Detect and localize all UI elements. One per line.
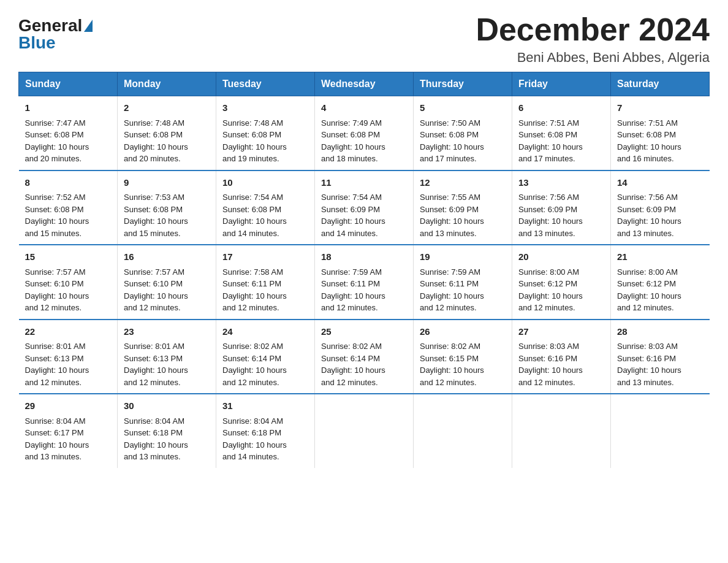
day-number: 28 [617, 325, 703, 339]
calendar-cell [315, 394, 414, 468]
logo-general: General [18, 17, 93, 34]
month-title: December 2024 [476, 12, 710, 47]
calendar-cell: 15Sunrise: 7:57 AMSunset: 6:10 PMDayligh… [19, 245, 118, 320]
day-number: 4 [321, 101, 407, 115]
calendar-cell: 5Sunrise: 7:50 AMSunset: 6:08 PMDaylight… [414, 96, 512, 170]
calendar-week-2: 8Sunrise: 7:52 AMSunset: 6:08 PMDaylight… [19, 170, 710, 245]
calendar-cell: 30Sunrise: 8:04 AMSunset: 6:18 PMDayligh… [118, 394, 216, 468]
day-number: 9 [124, 176, 210, 190]
day-info: Sunrise: 7:48 AMSunset: 6:08 PMDaylight:… [124, 117, 210, 165]
day-number: 25 [321, 325, 407, 339]
day-info: Sunrise: 7:54 AMSunset: 6:09 PMDaylight:… [321, 191, 407, 239]
calendar-cell: 21Sunrise: 8:00 AMSunset: 6:12 PMDayligh… [611, 245, 710, 320]
calendar-cell: 11Sunrise: 7:54 AMSunset: 6:09 PMDayligh… [315, 170, 414, 245]
calendar-cell: 27Sunrise: 8:03 AMSunset: 6:16 PMDayligh… [512, 320, 611, 394]
day-info: Sunrise: 7:54 AMSunset: 6:08 PMDaylight:… [222, 191, 308, 239]
calendar-cell: 8Sunrise: 7:52 AMSunset: 6:08 PMDaylight… [19, 170, 118, 245]
day-info: Sunrise: 8:02 AMSunset: 6:15 PMDaylight:… [420, 340, 506, 388]
logo-blue: Blue [18, 34, 56, 52]
day-number: 26 [420, 325, 506, 339]
day-number: 13 [518, 176, 604, 190]
day-info: Sunrise: 7:51 AMSunset: 6:08 PMDaylight:… [518, 117, 604, 165]
day-info: Sunrise: 7:56 AMSunset: 6:09 PMDaylight:… [518, 191, 604, 239]
day-number: 2 [124, 101, 210, 115]
day-info: Sunrise: 8:00 AMSunset: 6:12 PMDaylight:… [518, 266, 604, 314]
calendar-cell [512, 394, 611, 468]
day-info: Sunrise: 7:59 AMSunset: 6:11 PMDaylight:… [420, 266, 506, 314]
day-number: 11 [321, 176, 407, 190]
calendar-cell: 25Sunrise: 8:02 AMSunset: 6:14 PMDayligh… [315, 320, 414, 394]
day-number: 14 [617, 176, 703, 190]
day-number: 16 [124, 250, 210, 264]
logo: General Blue [18, 17, 93, 52]
day-info: Sunrise: 7:51 AMSunset: 6:08 PMDaylight:… [617, 117, 703, 165]
day-number: 7 [617, 101, 703, 115]
day-number: 19 [420, 250, 506, 264]
header-day-wednesday: Wednesday [315, 72, 414, 96]
day-number: 15 [25, 250, 112, 264]
day-number: 5 [420, 101, 506, 115]
calendar-cell: 13Sunrise: 7:56 AMSunset: 6:09 PMDayligh… [512, 170, 611, 245]
day-number: 18 [321, 250, 407, 264]
calendar-cell: 29Sunrise: 8:04 AMSunset: 6:17 PMDayligh… [19, 394, 118, 468]
calendar-cell: 2Sunrise: 7:48 AMSunset: 6:08 PMDaylight… [118, 96, 216, 170]
calendar-cell: 6Sunrise: 7:51 AMSunset: 6:08 PMDaylight… [512, 96, 611, 170]
calendar-week-1: 1Sunrise: 7:47 AMSunset: 6:08 PMDaylight… [19, 96, 710, 170]
calendar-cell: 4Sunrise: 7:49 AMSunset: 6:08 PMDaylight… [315, 96, 414, 170]
calendar-cell: 26Sunrise: 8:02 AMSunset: 6:15 PMDayligh… [414, 320, 512, 394]
calendar-header: SundayMondayTuesdayWednesdayThursdayFrid… [19, 72, 710, 96]
day-number: 6 [518, 101, 604, 115]
day-number: 12 [420, 176, 506, 190]
day-info: Sunrise: 8:04 AMSunset: 6:17 PMDaylight:… [25, 415, 112, 463]
day-info: Sunrise: 7:50 AMSunset: 6:08 PMDaylight:… [420, 117, 506, 165]
calendar-cell: 22Sunrise: 8:01 AMSunset: 6:13 PMDayligh… [19, 320, 118, 394]
logo-triangle-icon [84, 20, 93, 32]
header-day-tuesday: Tuesday [216, 72, 315, 96]
calendar-cell: 24Sunrise: 8:02 AMSunset: 6:14 PMDayligh… [216, 320, 315, 394]
calendar-cell: 23Sunrise: 8:01 AMSunset: 6:13 PMDayligh… [118, 320, 216, 394]
calendar-cell: 16Sunrise: 7:57 AMSunset: 6:10 PMDayligh… [118, 245, 216, 320]
calendar-cell: 10Sunrise: 7:54 AMSunset: 6:08 PMDayligh… [216, 170, 315, 245]
day-number: 10 [222, 176, 308, 190]
day-number: 31 [222, 399, 308, 413]
day-number: 23 [124, 325, 210, 339]
calendar-cell: 28Sunrise: 8:03 AMSunset: 6:16 PMDayligh… [611, 320, 710, 394]
day-info: Sunrise: 7:53 AMSunset: 6:08 PMDaylight:… [124, 191, 210, 239]
day-info: Sunrise: 8:04 AMSunset: 6:18 PMDaylight:… [124, 415, 210, 463]
day-info: Sunrise: 7:49 AMSunset: 6:08 PMDaylight:… [321, 117, 407, 165]
calendar-cell: 18Sunrise: 7:59 AMSunset: 6:11 PMDayligh… [315, 245, 414, 320]
day-info: Sunrise: 8:02 AMSunset: 6:14 PMDaylight:… [222, 340, 308, 388]
calendar-week-3: 15Sunrise: 7:57 AMSunset: 6:10 PMDayligh… [19, 245, 710, 320]
day-number: 20 [518, 250, 604, 264]
calendar-body: 1Sunrise: 7:47 AMSunset: 6:08 PMDaylight… [19, 96, 710, 468]
header-day-friday: Friday [512, 72, 611, 96]
header-day-thursday: Thursday [414, 72, 512, 96]
header-day-sunday: Sunday [19, 72, 118, 96]
day-info: Sunrise: 7:52 AMSunset: 6:08 PMDaylight:… [25, 191, 112, 239]
day-info: Sunrise: 7:56 AMSunset: 6:09 PMDaylight:… [617, 191, 703, 239]
calendar-cell: 12Sunrise: 7:55 AMSunset: 6:09 PMDayligh… [414, 170, 512, 245]
page-header: General Blue December 2024 Beni Abbes, B… [18, 12, 710, 66]
day-number: 29 [25, 399, 112, 413]
calendar-cell: 14Sunrise: 7:56 AMSunset: 6:09 PMDayligh… [611, 170, 710, 245]
header-row: SundayMondayTuesdayWednesdayThursdayFrid… [19, 72, 710, 96]
day-info: Sunrise: 7:48 AMSunset: 6:08 PMDaylight:… [222, 117, 308, 165]
calendar-cell: 20Sunrise: 8:00 AMSunset: 6:12 PMDayligh… [512, 245, 611, 320]
day-number: 27 [518, 325, 604, 339]
location-subtitle: Beni Abbes, Beni Abbes, Algeria [476, 50, 710, 66]
day-number: 3 [222, 101, 308, 115]
day-number: 8 [25, 176, 112, 190]
day-info: Sunrise: 8:04 AMSunset: 6:18 PMDaylight:… [222, 415, 308, 463]
day-number: 17 [222, 250, 308, 264]
day-info: Sunrise: 7:58 AMSunset: 6:11 PMDaylight:… [222, 266, 308, 314]
day-number: 1 [25, 101, 112, 115]
day-number: 22 [25, 325, 112, 339]
calendar-cell: 1Sunrise: 7:47 AMSunset: 6:08 PMDaylight… [19, 96, 118, 170]
calendar-cell: 9Sunrise: 7:53 AMSunset: 6:08 PMDaylight… [118, 170, 216, 245]
calendar-cell: 7Sunrise: 7:51 AMSunset: 6:08 PMDaylight… [611, 96, 710, 170]
day-info: Sunrise: 8:03 AMSunset: 6:16 PMDaylight:… [518, 340, 604, 388]
day-info: Sunrise: 8:01 AMSunset: 6:13 PMDaylight:… [25, 340, 112, 388]
calendar-week-5: 29Sunrise: 8:04 AMSunset: 6:17 PMDayligh… [19, 394, 710, 468]
day-info: Sunrise: 7:55 AMSunset: 6:09 PMDaylight:… [420, 191, 506, 239]
day-info: Sunrise: 7:57 AMSunset: 6:10 PMDaylight:… [124, 266, 210, 314]
